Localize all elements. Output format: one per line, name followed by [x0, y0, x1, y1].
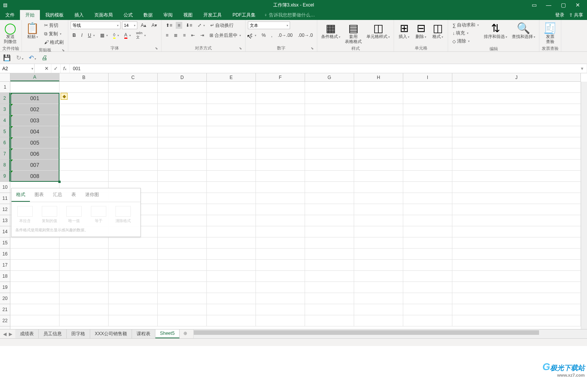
cell-D10[interactable]	[158, 182, 207, 193]
cell-A22[interactable]	[10, 315, 59, 326]
cell-C15[interactable]	[109, 237, 158, 249]
row-header-16[interactable]: 16	[0, 249, 10, 260]
cell-B17[interactable]	[59, 260, 109, 271]
cell-D4[interactable]	[158, 115, 207, 126]
wrap-text-button[interactable]: ↵ 自动换行	[208, 21, 236, 30]
cell-I6[interactable]	[403, 137, 452, 148]
cell-E16[interactable]	[207, 249, 256, 260]
cell-J11[interactable]	[452, 193, 581, 204]
cell-E4[interactable]	[207, 115, 256, 126]
cell-A20[interactable]	[10, 293, 59, 304]
autosum-button[interactable]: ∑ 自动求和▾	[450, 21, 481, 29]
cell-F8[interactable]	[256, 160, 305, 171]
cell-I4[interactable]	[403, 115, 452, 126]
cell-B6[interactable]	[59, 137, 109, 148]
row-header-5[interactable]: 5	[0, 126, 10, 137]
cell-J14[interactable]	[452, 226, 581, 237]
row-header-10[interactable]: 10	[0, 182, 10, 193]
cell-H3[interactable]	[354, 104, 403, 115]
cell-J6[interactable]	[452, 137, 581, 148]
column-header-I[interactable]: I	[403, 73, 452, 81]
row-header-13[interactable]: 13	[0, 215, 10, 226]
quick-print-button[interactable]: 🖨	[41, 54, 48, 61]
cell-D9[interactable]	[158, 171, 207, 182]
save-button[interactable]: 💾	[3, 54, 11, 61]
cell-F13[interactable]	[256, 215, 305, 226]
cell-G5[interactable]	[305, 126, 354, 137]
vertical-scrollbar[interactable]	[581, 82, 587, 329]
cell-I15[interactable]	[403, 237, 452, 249]
cell-F10[interactable]	[256, 182, 305, 193]
cell-H7[interactable]	[354, 148, 403, 160]
cell-G18[interactable]	[305, 271, 354, 282]
cell-G7[interactable]	[305, 148, 354, 160]
cell-A9[interactable]: 008	[10, 171, 59, 182]
row-header-6[interactable]: 6	[0, 137, 10, 148]
cell-A18[interactable]	[10, 271, 59, 282]
cell-G11[interactable]	[305, 193, 354, 204]
qa-item[interactable]: 等于	[88, 206, 109, 224]
expand-formula-bar-button[interactable]: ▾	[578, 64, 587, 73]
cell-C5[interactable]	[109, 126, 158, 137]
cell-F1[interactable]	[256, 82, 305, 93]
cell-F20[interactable]	[256, 293, 305, 304]
cell-H11[interactable]	[354, 193, 403, 204]
cell-A17[interactable]	[10, 260, 59, 271]
cell-C9[interactable]	[109, 171, 158, 182]
cell-B20[interactable]	[59, 293, 109, 304]
row-header-12[interactable]: 12	[0, 204, 10, 215]
row-header-14[interactable]: 14	[0, 226, 10, 237]
cell-E6[interactable]	[207, 137, 256, 148]
row-header-19[interactable]: 19	[0, 282, 10, 293]
cell-A4[interactable]: 003	[10, 115, 59, 126]
align-bottom-button[interactable]: ⬇≡	[184, 22, 194, 29]
row-header-21[interactable]: 21	[0, 304, 10, 315]
align-left-button[interactable]: ≡	[164, 32, 170, 39]
cell-I2[interactable]	[403, 93, 452, 104]
increase-decimal-button[interactable]: .0→.00	[276, 32, 295, 39]
cell-G4[interactable]	[305, 115, 354, 126]
login-link[interactable]: 登录	[555, 12, 564, 18]
cell-E18[interactable]	[207, 271, 256, 282]
cell-D20[interactable]	[158, 293, 207, 304]
percent-format-button[interactable]: %	[260, 32, 268, 39]
cell-D18[interactable]	[158, 271, 207, 282]
copy-button[interactable]: ⧉ 复制▾	[42, 30, 63, 38]
sheet-tab-XXX公司销售额[interactable]: XXX公司销售额	[90, 329, 132, 338]
cell-E21[interactable]	[207, 304, 256, 315]
cell-F3[interactable]	[256, 104, 305, 115]
sheet-nav-next[interactable]: ▶	[9, 331, 12, 337]
paste-button[interactable]: 📋 粘贴▾	[24, 21, 41, 40]
cell-H22[interactable]	[354, 315, 403, 326]
row-header-1[interactable]: 1	[0, 82, 10, 93]
cancel-formula-button[interactable]: ✕	[42, 64, 51, 73]
cell-A2[interactable]: 001	[10, 93, 59, 104]
increase-font-button[interactable]: A▴	[139, 22, 148, 29]
column-header-B[interactable]: B	[59, 73, 109, 81]
cell-G13[interactable]	[305, 215, 354, 226]
cell-C16[interactable]	[109, 249, 158, 260]
row-header-4[interactable]: 4	[0, 115, 10, 126]
cell-B18[interactable]	[59, 271, 109, 282]
cell-F4[interactable]	[256, 115, 305, 126]
row-header-3[interactable]: 3	[0, 104, 10, 115]
cell-E3[interactable]	[207, 104, 256, 115]
cell-B3[interactable]	[59, 104, 109, 115]
undo-button[interactable]: ↶▾	[29, 54, 36, 61]
cell-B9[interactable]	[59, 171, 109, 182]
cell-F15[interactable]	[256, 237, 305, 249]
cell-H19[interactable]	[354, 282, 403, 293]
cell-D11[interactable]	[158, 193, 207, 204]
align-middle-button[interactable]: ≡	[176, 22, 182, 29]
cell-F19[interactable]	[256, 282, 305, 293]
increase-indent-button[interactable]: ⇥	[198, 32, 206, 39]
cell-A15[interactable]	[10, 237, 59, 249]
qa-tab-spark[interactable]: 迷你图	[81, 188, 104, 202]
cell-E22[interactable]	[207, 315, 256, 326]
tab-view[interactable]: 视图	[178, 10, 198, 20]
cell-J10[interactable]	[452, 182, 581, 193]
cell-E20[interactable]	[207, 293, 256, 304]
cell-B4[interactable]	[59, 115, 109, 126]
cell-F9[interactable]	[256, 171, 305, 182]
tab-pdf[interactable]: PDF工具集	[227, 10, 261, 20]
